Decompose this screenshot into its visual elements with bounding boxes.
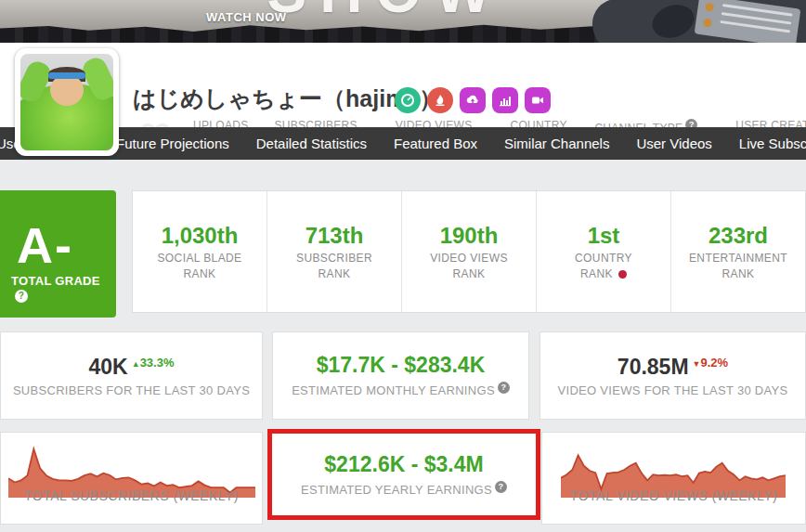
japan-flag-dot-icon xyxy=(618,270,627,279)
rank-value: 713th xyxy=(306,223,364,249)
rank-cell-social-blade: 1,030thSOCIAL BLADERANK xyxy=(133,191,266,312)
rank-label-line2: RANK xyxy=(722,267,755,280)
grade-help-icon[interactable]: ? xyxy=(15,290,28,303)
rank-label-line2: RANK xyxy=(580,267,627,280)
views-weekly-label: TOTAL VIDEO VIEWS (WEEKLY) xyxy=(542,488,805,503)
nav-tabs: User SummaryFuture ProjectionsDetailed S… xyxy=(0,127,806,160)
tab-featured-box[interactable]: Featured Box xyxy=(394,136,477,151)
views-30d-label: VIDEO VIEWS FOR THE LAST 30 DAYS xyxy=(558,383,788,397)
rank-label-line2: RANK xyxy=(453,267,486,280)
views-30d-value: 70.85M▼9.2% xyxy=(618,355,728,380)
channel-avatar xyxy=(15,48,119,156)
socialblade-gauge-icon[interactable] xyxy=(395,87,421,113)
rank-value: 1st xyxy=(588,223,620,249)
views-30d-delta: ▼9.2% xyxy=(693,356,729,370)
rank-value: 1,030th xyxy=(162,223,239,249)
rank-label-line1: COUNTRY xyxy=(575,252,632,265)
video-camera-icon[interactable] xyxy=(525,87,551,113)
rank-label-line1: ENTERTAINMENT xyxy=(689,252,787,265)
tab-live-subscriber-count[interactable]: Live Subscriber Count xyxy=(739,136,806,151)
socialblade-page: SHOW WATCH NOW はじめしゃちょー（hajime） xyxy=(0,0,806,532)
monthly-earnings-label: ESTIMATED MONTHLY EARNINGS? xyxy=(292,382,510,397)
monthly-earnings-value: $17.7K - $283.4K xyxy=(317,353,486,378)
rank-label-line1: VIDEO VIEWS xyxy=(430,252,508,265)
subscribers-weekly-label: TOTAL SUBSCRIBERS (WEEKLY) xyxy=(1,488,262,503)
yearly-earnings-highlight: $212.6K - $3.4M ESTIMATED YEARLY EARNING… xyxy=(267,429,540,520)
watch-now-link[interactable]: WATCH NOW xyxy=(206,10,287,24)
bar-chart-icon[interactable] xyxy=(492,87,518,113)
monthly-earnings-help-icon[interactable]: ? xyxy=(498,382,510,394)
rank-label-line1: SUBSCRIBER xyxy=(296,252,372,265)
total-grade-box: A- TOTAL GRADE? xyxy=(0,190,116,318)
rank-cell-country: 1stCOUNTRYRANK xyxy=(536,191,670,312)
yearly-earnings-value: $212.6K - $3.4M xyxy=(324,452,483,477)
subscribers-30d-label: SUBSCRIBERS FOR THE LAST 30 DAYS xyxy=(13,383,250,397)
grade-label: TOTAL GRADE? xyxy=(11,274,116,303)
rank-label-line2: RANK xyxy=(184,267,216,280)
tab-future-projections[interactable]: Future Projections xyxy=(116,136,229,151)
grade-value: A- xyxy=(17,216,73,274)
tab-user-videos[interactable]: User Videos xyxy=(636,136,711,151)
rank-label-line1: SOCIAL BLADE xyxy=(157,252,241,265)
avatar-image xyxy=(20,54,113,150)
up-arrow-icon: ▲ xyxy=(132,359,140,369)
yearly-earnings-label: ESTIMATED YEARLY EARNINGS? xyxy=(301,481,507,497)
rank-cell-video-views: 190thVIDEO VIEWSRANK xyxy=(401,191,536,312)
rank-row: 1,030thSOCIAL BLADERANK713thSUBSCRIBERRA… xyxy=(132,190,806,313)
tab-similar-channels[interactable]: Similar Channels xyxy=(504,136,609,151)
rank-cell-subscriber: 713thSUBSCRIBERRANK xyxy=(266,191,401,312)
views-30d-card: 70.85M▼9.2% VIDEO VIEWS FOR THE LAST 30 … xyxy=(540,331,806,420)
channel-header: はじめしゃちょー（hajime） UPLOADS2,051SUBSC xyxy=(0,43,806,127)
rank-cell-entertainment: 233rdENTERTAINMENTRANK xyxy=(670,191,805,312)
cloud-upload-icon[interactable] xyxy=(460,87,486,113)
subscribers-weekly-chart-card: TOTAL SUBSCRIBERS (WEEKLY) xyxy=(0,432,263,525)
yearly-earnings-help-icon[interactable]: ? xyxy=(495,481,507,493)
yearly-earnings-card: $212.6K - $3.4M ESTIMATED YEARLY EARNING… xyxy=(272,434,536,515)
views-weekly-chart-card: TOTAL VIDEO VIEWS (WEEKLY) xyxy=(541,432,806,525)
channel-badges xyxy=(395,87,551,113)
down-arrow-icon: ▼ xyxy=(693,359,701,369)
rank-label-line2: RANK xyxy=(318,267,351,280)
monthly-earnings-card: $17.7K - $283.4K ESTIMATED MONTHLY EARNI… xyxy=(272,331,529,420)
rank-value: 190th xyxy=(440,223,499,249)
fire-icon[interactable] xyxy=(427,87,453,113)
ad-banner[interactable]: SHOW WATCH NOW xyxy=(0,0,806,43)
rank-value: 233rd xyxy=(708,223,768,249)
tab-detailed-statistics[interactable]: Detailed Statistics xyxy=(256,136,367,151)
subscribers-30d-card: 40K▲33.3% SUBSCRIBERS FOR THE LAST 30 DA… xyxy=(0,331,263,420)
subscribers-30d-delta: ▲33.3% xyxy=(132,356,175,370)
subscribers-30d-value: 40K▲33.3% xyxy=(89,355,175,380)
